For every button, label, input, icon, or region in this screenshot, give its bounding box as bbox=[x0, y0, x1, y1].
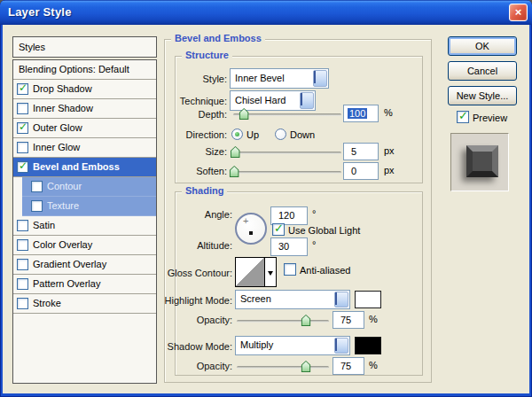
triangle-down-icon bbox=[268, 271, 273, 276]
depth-field[interactable]: 100 bbox=[343, 105, 379, 122]
chevron-down-icon[interactable] bbox=[300, 92, 314, 109]
size-field[interactable]: 5 bbox=[343, 143, 379, 160]
pattern-overlay-checkbox[interactable]: ✓ bbox=[17, 278, 28, 290]
direction-label: Direction: bbox=[127, 129, 227, 140]
structure-title: Structure bbox=[182, 50, 232, 60]
chevron-down-icon[interactable] bbox=[334, 338, 348, 354]
chevron-down-icon[interactable] bbox=[313, 70, 327, 87]
color-overlay-checkbox[interactable]: ✓ bbox=[17, 239, 28, 251]
shadow-mode-dropdown[interactable]: Multiply bbox=[235, 336, 350, 355]
radio-dot bbox=[235, 132, 239, 136]
soften-unit: px bbox=[384, 165, 395, 175]
altitude-field[interactable]: 30 bbox=[270, 237, 308, 256]
chevron-down-icon[interactable] bbox=[334, 292, 348, 307]
size-slider[interactable] bbox=[233, 152, 341, 154]
ok-button[interactable]: OK bbox=[448, 36, 517, 56]
anti-aliased-checkbox[interactable]: ✓ bbox=[284, 263, 296, 276]
style-value: Inner Bevel bbox=[235, 73, 285, 83]
highlight-opacity-field[interactable]: 75 bbox=[332, 311, 364, 329]
shading-title: Shading bbox=[182, 185, 227, 196]
dialog-content: Styles Blending Options: Default ✓ Drop … bbox=[3, 25, 529, 393]
preview-checkbox[interactable]: ✓ bbox=[457, 111, 469, 123]
depth-value: 100 bbox=[348, 108, 367, 119]
angle-dial[interactable]: + bbox=[235, 213, 267, 245]
bevel-emboss-checkbox[interactable]: ✓ bbox=[17, 161, 28, 173]
angle-value: 120 bbox=[278, 210, 294, 221]
sidebar-item-label: Outer Glow bbox=[33, 122, 82, 133]
check-icon: ✓ bbox=[19, 82, 27, 94]
gloss-contour-label: Gloss Contour: bbox=[132, 268, 232, 278]
gloss-contour-thumbnail[interactable] bbox=[235, 257, 265, 287]
technique-label: Technique: bbox=[127, 96, 227, 106]
satin-checkbox[interactable]: ✓ bbox=[17, 220, 28, 231]
angle-unit: ° bbox=[312, 208, 316, 219]
highlight-mode-value: Screen bbox=[240, 293, 271, 304]
technique-dropdown[interactable]: Chisel Hard bbox=[230, 90, 316, 111]
shadow-color-swatch[interactable] bbox=[355, 337, 381, 354]
direction-up-label: Up bbox=[246, 129, 259, 140]
check-icon: ✓ bbox=[19, 160, 27, 172]
styles-list: Blending Options: Default ✓ Drop Shadow … bbox=[12, 59, 157, 384]
depth-unit: % bbox=[384, 107, 393, 118]
shadow-opacity-slider[interactable] bbox=[237, 366, 329, 369]
check-icon: ✓ bbox=[274, 222, 284, 235]
outer-glow-checkbox[interactable]: ✓ bbox=[17, 122, 28, 134]
use-global-light-checkbox[interactable]: ✓ bbox=[272, 223, 285, 236]
close-button[interactable]: × bbox=[509, 4, 528, 21]
altitude-label: Altitude: bbox=[132, 240, 232, 251]
bevel-emboss-title: Bevel and Emboss bbox=[171, 33, 265, 43]
depth-slider[interactable] bbox=[233, 113, 341, 116]
sidebar-item-label: Blending Options: Default bbox=[19, 64, 129, 74]
bevel-preview-square bbox=[466, 145, 498, 177]
cancel-button[interactable]: Cancel bbox=[448, 61, 517, 81]
angle-marker-icon: + bbox=[243, 215, 248, 226]
size-unit: px bbox=[384, 145, 395, 156]
contour-checkbox[interactable]: ✓ bbox=[31, 181, 43, 192]
size-value: 5 bbox=[351, 146, 356, 157]
sidebar-item-label: Texture bbox=[47, 200, 79, 211]
inner-glow-checkbox[interactable]: ✓ bbox=[17, 142, 28, 153]
shadow-opacity-unit: % bbox=[369, 360, 378, 370]
depth-label: Depth: bbox=[127, 109, 227, 120]
soften-slider[interactable] bbox=[233, 171, 341, 174]
technique-value: Chisel Hard bbox=[235, 95, 286, 105]
anti-aliased-label: Anti-aliased bbox=[300, 265, 350, 276]
title-bar[interactable]: Layer Style × bbox=[0, 0, 532, 25]
sidebar-item-label: Pattern Overlay bbox=[33, 278, 100, 289]
highlight-opacity-slider[interactable] bbox=[237, 320, 329, 323]
direction-up-radio[interactable] bbox=[231, 128, 243, 140]
check-icon: ✓ bbox=[19, 121, 27, 133]
stroke-checkbox[interactable]: ✓ bbox=[17, 298, 28, 309]
angle-center-dot bbox=[249, 231, 253, 235]
drop-shadow-checkbox[interactable]: ✓ bbox=[17, 83, 28, 95]
soften-field[interactable]: 0 bbox=[343, 162, 379, 180]
check-icon: ✓ bbox=[458, 109, 468, 122]
sidebar-item-label: Gradient Overlay bbox=[33, 259, 106, 269]
gradient-overlay-checkbox[interactable]: ✓ bbox=[17, 259, 28, 270]
highlight-mode-dropdown[interactable]: Screen bbox=[235, 290, 350, 309]
shadow-mode-label: Shadow Mode: bbox=[132, 341, 232, 352]
direction-down-label: Down bbox=[290, 129, 315, 140]
close-icon: × bbox=[515, 5, 522, 19]
soften-label: Soften: bbox=[127, 166, 227, 176]
style-dropdown[interactable]: Inner Bevel bbox=[230, 68, 329, 89]
new-style-button[interactable]: New Style... bbox=[448, 86, 517, 105]
gloss-contour-arrow-button[interactable] bbox=[265, 257, 277, 287]
sidebar-item-label: Bevel and Emboss bbox=[33, 161, 120, 172]
styles-header: Styles bbox=[12, 36, 157, 58]
sidebar-item-label: Contour bbox=[47, 181, 82, 191]
layer-style-dialog: Layer Style × Styles Blending Options: D… bbox=[0, 0, 532, 397]
direction-down-radio[interactable] bbox=[275, 128, 286, 140]
highlight-opacity-unit: % bbox=[369, 314, 378, 324]
sidebar-item-contour[interactable]: ✓ Contour bbox=[22, 177, 156, 197]
shadow-opacity-field[interactable]: 75 bbox=[332, 357, 364, 375]
shadow-mode-value: Multiply bbox=[240, 339, 273, 350]
texture-checkbox[interactable]: ✓ bbox=[31, 200, 43, 212]
highlight-opacity-value: 75 bbox=[340, 315, 351, 325]
style-label: Style: bbox=[127, 74, 227, 84]
highlight-color-swatch[interactable] bbox=[355, 291, 381, 308]
inner-shadow-checkbox[interactable]: ✓ bbox=[17, 103, 28, 114]
altitude-unit: ° bbox=[312, 239, 316, 250]
sidebar-item-label: Satin bbox=[33, 220, 55, 230]
sidebar-item-label: Drop Shadow bbox=[33, 83, 92, 94]
